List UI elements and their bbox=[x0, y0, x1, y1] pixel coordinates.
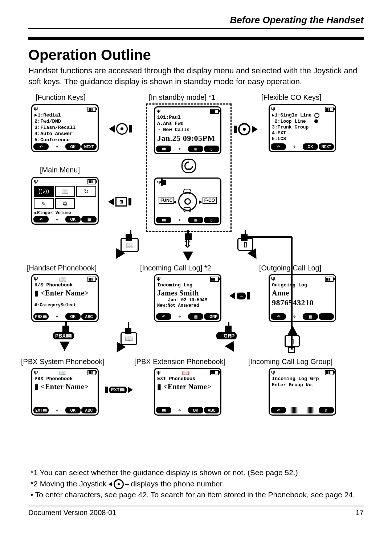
sb-line1: 101:Paul bbox=[157, 115, 218, 121]
arrow-grp-down bbox=[225, 341, 238, 355]
sq-grp bbox=[225, 326, 232, 332]
hs-soft4: ABC bbox=[81, 313, 97, 320]
caption-outgoing: [Outgoing Call Log] bbox=[259, 264, 321, 272]
chip-pbx: PBX📖 bbox=[53, 332, 74, 339]
joy-soft4: ▯ bbox=[204, 217, 219, 223]
fc-soft2: ✧ bbox=[287, 143, 302, 150]
sb-soft4: ▯ bbox=[204, 146, 219, 152]
page-title: Operation Outline bbox=[28, 47, 364, 63]
pe-enter: ▮ <Enter Name> bbox=[157, 382, 218, 391]
fc-line1: ▶1:Single Line ○▶1:Single Line bbox=[272, 113, 333, 118]
sq-ol bbox=[288, 347, 295, 353]
hs-soft1: PBX📖 bbox=[33, 313, 49, 320]
il-date: Jan. 02 10:59AM bbox=[157, 298, 218, 303]
antenna-icon: Ψ bbox=[34, 106, 38, 112]
hs-enter: ▮ <Enter Name> bbox=[34, 289, 95, 298]
power-button-icon: PWR bbox=[181, 159, 196, 173]
sb-datetime: Jan.25 09:05PM bbox=[157, 133, 218, 143]
accent-bar bbox=[28, 37, 364, 40]
sb-soft2: ✧ bbox=[172, 146, 187, 152]
sq-hs bbox=[62, 326, 69, 332]
joy-soft3: ⊞ bbox=[188, 217, 203, 223]
il-soft4: →GRP bbox=[204, 313, 219, 320]
caption-function-keys: [Function Keys] bbox=[36, 93, 86, 102]
joy-right-indicator bbox=[234, 123, 258, 135]
note-2: *2 Moving the Joystick displays the phon… bbox=[30, 478, 364, 489]
hs-soft3: OK bbox=[65, 313, 81, 320]
fk-soft3: OK bbox=[65, 143, 81, 150]
hs-title: H/S Phonebook bbox=[34, 282, 95, 289]
fc-soft3: OK bbox=[303, 143, 318, 150]
ps-title: PBX Phonebook bbox=[34, 376, 95, 382]
pe-soft4: ABC bbox=[204, 407, 219, 413]
sb-line3: → New Calls bbox=[157, 127, 218, 133]
mm-icon-copy: ⧉ bbox=[55, 198, 75, 209]
screen-hs-phonebook: Ψ📖 H/S Phonebook ▮ <Enter Name> #:Catego… bbox=[31, 274, 99, 322]
fk-soft4: NEXT bbox=[81, 143, 97, 150]
ps-enter: ▮ <Enter Name> bbox=[34, 382, 95, 391]
operation-diagram: [Function Keys] [In standby mode] *1 [Fl… bbox=[29, 93, 363, 464]
screen-joystick: Ψ FUNC F-CO → → ◂ ▸ 📖 ✧ ⊞ ▯ bbox=[154, 177, 221, 225]
screen-inc-grp: Ψ Incoming Log Grp Enter Group No. ↶ ▯ bbox=[269, 368, 336, 416]
chip-grp: →GRP bbox=[216, 332, 237, 339]
mm-icon-edit: ✎ bbox=[34, 198, 54, 209]
note-3: • To enter characters, see page 42. To s… bbox=[30, 489, 364, 500]
screen-incoming-log: Ψ Incoming Log James Smith Jan. 02 10:59… bbox=[154, 274, 221, 322]
ig-soft2b bbox=[303, 407, 318, 413]
fc-soft1: ↶ bbox=[271, 143, 286, 150]
mm-soft2: ✧ bbox=[49, 216, 65, 223]
pe-soft3: OK bbox=[188, 407, 203, 413]
square-marker-2 bbox=[185, 233, 192, 240]
footer-right: 17 bbox=[356, 509, 364, 517]
screen-standby: Ψ 101:Paul A.Ans Fwd → New Calls Jan.25 … bbox=[154, 106, 221, 154]
note-1: *1 You can select whether the guidance d… bbox=[30, 467, 364, 478]
joy-func-label: FUNC bbox=[159, 197, 174, 204]
sb-soft3: ⊞ bbox=[188, 146, 203, 152]
sb-soft1: 📖 bbox=[156, 146, 171, 152]
ig-soft1: ↶ bbox=[271, 407, 286, 413]
il-name: James Smith bbox=[157, 289, 218, 298]
ol-soft2: ✧ bbox=[287, 313, 302, 320]
fc-line4: 4:EXT bbox=[272, 130, 333, 136]
caption-hs-phonebook: [Handset Phonebook] bbox=[27, 264, 97, 272]
ps-soft1: EXT📖 bbox=[33, 407, 49, 413]
mm-label: ▶Ringer Volume bbox=[32, 210, 98, 216]
joy-left-indicator-2: ⊞ bbox=[108, 197, 131, 207]
arrow-hs-down bbox=[60, 342, 70, 351]
pe-soft1: 📖 bbox=[156, 407, 171, 413]
screen-main-menu: Ψ ((♪)) 📖 ↻ ✎ ⧉ ▶Ringer Volume ↶ ✧ OK ▤ bbox=[31, 177, 99, 225]
caption-main-menu: [Main Menu] bbox=[40, 166, 80, 174]
ig-soft2 bbox=[287, 407, 302, 413]
page-footer: Document Version 2008-01 17 bbox=[28, 506, 364, 517]
chip-ext: EXT📖 bbox=[105, 387, 133, 393]
mm-soft3: OK bbox=[65, 216, 81, 223]
joy-down-icon: → bbox=[183, 207, 191, 212]
screen-pbx-ext: Ψ📖 EXT Phonebook ▮ <Enter Name> 📖 ✧ OK A… bbox=[154, 368, 221, 416]
footnotes: *1 You can select whether the guidance d… bbox=[28, 467, 364, 500]
fc-line5: 5:LCS bbox=[272, 136, 333, 142]
caption-pbx-sys: [PBX System Phonebook] bbox=[21, 358, 105, 366]
ol-soft4: → bbox=[319, 313, 334, 320]
ol-number: 9876543210 bbox=[272, 298, 333, 308]
il-soft3: ▤ bbox=[188, 313, 203, 320]
sq-route-book bbox=[125, 328, 131, 334]
arrow-to-incoming bbox=[183, 252, 193, 261]
hs-sub: #:CategorySelect bbox=[34, 303, 95, 308]
caption-standby: [In standby mode] *1 bbox=[149, 93, 215, 102]
caption-pbx-ext: [PBX Extension Phonebook] bbox=[134, 358, 225, 366]
ps-soft2: ✧ bbox=[49, 407, 65, 413]
pe-title: EXT Phonebook bbox=[157, 376, 218, 382]
ol-name: Anne bbox=[272, 289, 333, 298]
ig-soft4: ▯ bbox=[319, 407, 334, 413]
fk-line3: 3:Flash/Recall bbox=[34, 125, 95, 131]
il-soft1: ↶ bbox=[156, 313, 171, 320]
fc-line3: 3:Trunk Group bbox=[272, 125, 333, 130]
screen-outgoing-log: Ψ Outgoing Log Anne 9876543210 ↶ ✧ ▤ → bbox=[269, 274, 336, 322]
ig-sub: Enter Group No. bbox=[272, 382, 333, 388]
ps-soft4: ABC bbox=[81, 407, 97, 413]
fc-soft4: NEXT bbox=[319, 143, 334, 150]
arrow-ol-up bbox=[287, 326, 298, 335]
il-title: Incoming Log bbox=[157, 282, 218, 289]
fc-line2: 2:Loop Line bbox=[272, 119, 333, 125]
square-marker-1 bbox=[126, 234, 132, 241]
